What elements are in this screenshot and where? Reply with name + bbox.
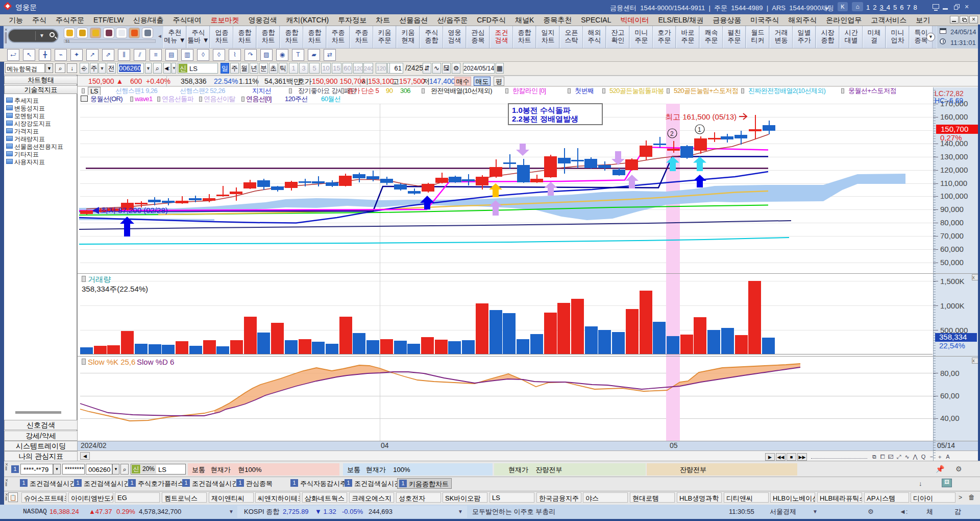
svg-text:70,000: 70,000 [940, 231, 964, 240]
svg-text:110,000: 110,000 [940, 179, 967, 187]
svg-text:최고 161,500 (05/13): 최고 161,500 (05/13) [665, 112, 737, 121]
svg-text:50,000: 50,000 [940, 258, 964, 267]
svg-text:80,00: 80,00 [940, 369, 960, 377]
svg-text:2024/02: 2024/02 [81, 441, 107, 449]
svg-text:05: 05 [670, 441, 678, 449]
svg-text:358,334주(22.54%): 358,334주(22.54%) [82, 285, 148, 293]
svg-text:100,000: 100,000 [940, 192, 968, 200]
svg-text:거래량: 거래량 [88, 275, 111, 283]
svg-text:x: x [972, 275, 975, 280]
svg-text:2: 2 [670, 130, 674, 137]
svg-text:22,54%: 22,54% [939, 341, 965, 350]
svg-text:최저 87,200 (02/28): 최저 87,200 (02/28) [101, 206, 168, 215]
svg-text:150,700: 150,700 [941, 125, 968, 133]
svg-text:358,334: 358,334 [939, 333, 967, 341]
svg-text:HC:-6,69: HC:-6,69 [935, 97, 963, 105]
svg-text:04: 04 [381, 441, 389, 449]
svg-text:2.2봉전 정배열발생: 2.2봉전 정배열발생 [512, 114, 578, 123]
svg-text:90,000: 90,000 [940, 205, 964, 214]
svg-text:80,000: 80,000 [940, 218, 964, 227]
svg-text:05/14: 05/14 [937, 441, 955, 449]
svg-text:160,000: 160,000 [940, 112, 968, 121]
svg-text:1: 1 [698, 126, 701, 133]
svg-text:40,00: 40,00 [940, 414, 960, 422]
svg-text:60,00: 60,00 [940, 391, 960, 400]
svg-text:Slow %D 6: Slow %D 6 [137, 358, 174, 366]
svg-text:1,000K: 1,000K [940, 301, 965, 310]
svg-text:1.0봉전 수식돌파: 1.0봉전 수식돌파 [512, 106, 571, 114]
svg-text:1,500K: 1,500K [940, 277, 965, 286]
svg-text:60,000: 60,000 [940, 245, 964, 253]
svg-text:Slow %K 25,6: Slow %K 25,6 [88, 358, 135, 366]
svg-text:130,000: 130,000 [940, 152, 968, 161]
svg-text:x: x [972, 358, 975, 363]
svg-text:0,27%: 0,27% [940, 133, 962, 142]
svg-text:120,000: 120,000 [940, 165, 968, 174]
